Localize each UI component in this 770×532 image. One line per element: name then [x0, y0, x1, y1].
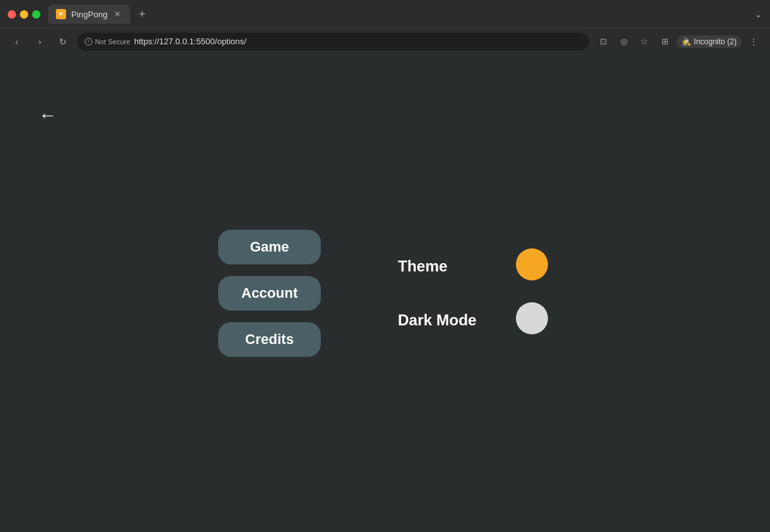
bookmark-button[interactable]: ☆	[635, 33, 653, 51]
extensions-button[interactable]: ⊞	[656, 33, 674, 51]
reload-icon: ↻	[59, 37, 67, 47]
theme-label: Theme	[398, 257, 501, 275]
options-container: Game Account Credits Theme Dark Mode	[218, 230, 552, 357]
address-bar[interactable]: i Not Secure https://127.0.0.1:5500/opti…	[77, 33, 589, 51]
tab-bar: P PingPong ✕ + ⌄	[48, 4, 762, 24]
theme-toggle[interactable]	[516, 248, 552, 284]
close-button[interactable]	[8, 10, 16, 19]
incognito-badge: 🕵 Incognito (2)	[676, 35, 742, 48]
active-tab[interactable]: P PingPong ✕	[48, 4, 130, 24]
dark-mode-setting-row: Dark Mode	[398, 302, 552, 338]
title-bar: P PingPong ✕ + ⌄	[0, 0, 770, 28]
tab-title: PingPong	[71, 10, 107, 19]
incognito-icon: 🕵	[681, 37, 691, 46]
incognito-label: Incognito (2)	[694, 37, 737, 46]
back-nav-icon: ‹	[15, 37, 19, 47]
not-secure-label: Not Secure	[95, 38, 130, 46]
cast-icon: ⊡	[600, 37, 607, 46]
back-arrow-button[interactable]: ←	[38, 105, 56, 126]
theme-setting-row: Theme	[398, 248, 552, 284]
dark-mode-toggle[interactable]	[516, 302, 552, 338]
lens-button[interactable]: ◎	[615, 33, 633, 51]
tab-expand-button[interactable]: ⌄	[755, 9, 762, 19]
dark-mode-label: Dark Mode	[398, 311, 501, 329]
bookmark-icon: ☆	[640, 37, 648, 46]
main-content: ← Game Account Credits Theme Dark Mode	[0, 54, 770, 532]
minimize-button[interactable]	[20, 10, 28, 19]
nav-bar: ‹ › ↻ i Not Secure https://127.0.0.1:550…	[0, 28, 770, 54]
tab-close-button[interactable]: ✕	[112, 9, 123, 19]
more-menu-icon: ⋮	[749, 37, 758, 46]
lens-icon: ◎	[620, 37, 628, 46]
more-menu-button[interactable]: ⋮	[744, 33, 762, 51]
not-secure-icon: i	[85, 38, 92, 46]
new-tab-button[interactable]: +	[133, 5, 151, 23]
nav-actions: ⊡ ◎ ☆ ⊞ 🕵 Incognito (2) ⋮	[594, 33, 762, 51]
traffic-lights	[8, 10, 40, 19]
cast-button[interactable]: ⊡	[594, 33, 612, 51]
browser-chrome: P PingPong ✕ + ⌄ ‹ › ↻ i Not Secure http…	[0, 0, 770, 54]
extensions-icon: ⊞	[662, 37, 669, 46]
back-arrow-icon: ←	[38, 105, 56, 125]
forward-nav-button[interactable]: ›	[31, 33, 49, 51]
dark-mode-toggle-circle	[516, 302, 548, 334]
game-button[interactable]: Game	[218, 230, 321, 264]
tab-favicon: P	[56, 9, 66, 19]
right-settings-section: Theme Dark Mode	[398, 248, 552, 338]
reload-button[interactable]: ↻	[54, 33, 72, 51]
account-button[interactable]: Account	[218, 276, 321, 311]
credits-button[interactable]: Credits	[218, 322, 321, 357]
url-text: https://127.0.0.1:5500/options/	[134, 37, 246, 46]
not-secure-indicator: i Not Secure	[85, 38, 130, 46]
maximize-button[interactable]	[32, 10, 40, 19]
back-nav-button[interactable]: ‹	[8, 33, 26, 51]
forward-nav-icon: ›	[38, 37, 42, 47]
left-menu-section: Game Account Credits	[218, 230, 321, 357]
theme-toggle-circle	[516, 248, 548, 280]
